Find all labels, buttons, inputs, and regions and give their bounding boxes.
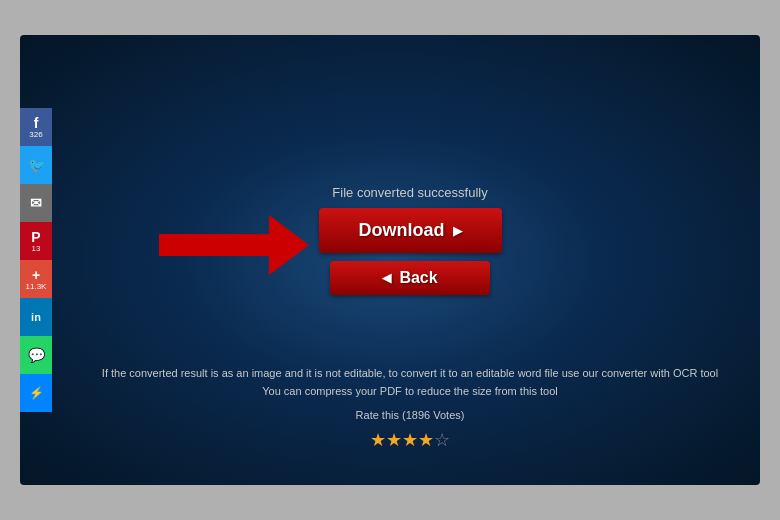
plus-icon: + xyxy=(32,268,40,282)
messenger-share[interactable]: ⚡ xyxy=(20,374,52,412)
pinterest-count: 13 xyxy=(32,245,41,253)
messenger-icon: ⚡ xyxy=(29,387,44,399)
main-frame: f 326 🐦 ✉ P 13 + 11.3K in 💬 ⚡ xyxy=(20,35,760,485)
twitter-share[interactable]: 🐦 xyxy=(20,146,52,184)
social-sidebar: f 326 🐦 ✉ P 13 + 11.3K in 💬 ⚡ xyxy=(20,108,52,412)
download-button[interactable]: Download xyxy=(319,208,502,253)
linkedin-icon: in xyxy=(31,312,41,323)
whatsapp-icon: 💬 xyxy=(28,348,45,362)
rate-text[interactable]: Rate this (1896 Votes) xyxy=(60,407,760,425)
bottom-info: If the converted result is as an image a… xyxy=(60,365,760,455)
facebook-count: 326 xyxy=(29,131,42,139)
email-share[interactable]: ✉ xyxy=(20,184,52,222)
googleplus-share[interactable]: + 11.3K xyxy=(20,260,52,298)
facebook-icon: f xyxy=(34,116,39,130)
success-message: File converted successfully xyxy=(332,185,487,200)
action-area: File converted successfully Download Bac… xyxy=(319,185,502,295)
twitter-icon: 🐦 xyxy=(28,158,45,172)
whatsapp-share[interactable]: 💬 xyxy=(20,336,52,374)
info-line1: If the converted result is as an image a… xyxy=(60,365,760,383)
pinterest-share[interactable]: P 13 xyxy=(20,222,52,260)
pinterest-icon: P xyxy=(31,230,40,244)
red-arrow xyxy=(159,215,309,275)
info-line2: You can compress your PDF to reduce the … xyxy=(60,383,760,401)
star-rating[interactable]: ★★★★☆ xyxy=(60,426,760,455)
facebook-share[interactable]: f 326 xyxy=(20,108,52,146)
linkedin-share[interactable]: in xyxy=(20,298,52,336)
back-button[interactable]: Back xyxy=(330,261,490,295)
plus-count: 11.3K xyxy=(26,283,47,291)
email-icon: ✉ xyxy=(30,196,42,210)
